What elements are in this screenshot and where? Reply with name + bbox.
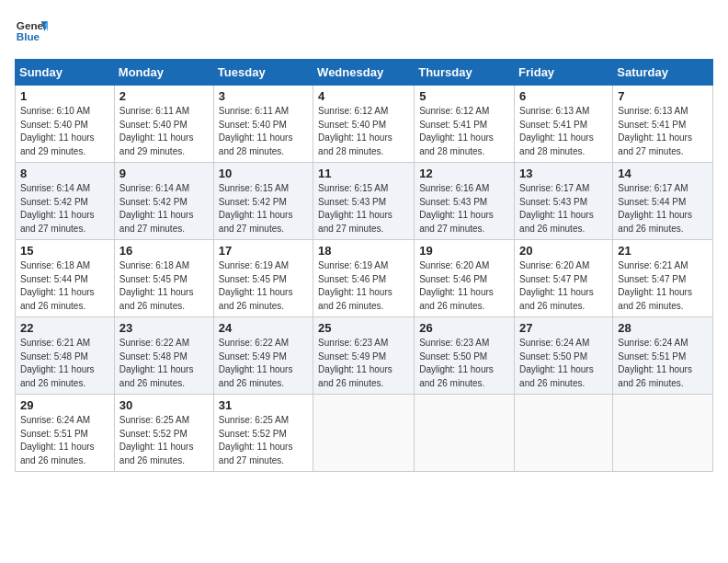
day-number: 27 <box>519 321 608 335</box>
day-info: Sunrise: 6:15 AM Sunset: 5:42 PM Dayligh… <box>219 182 308 236</box>
calendar-cell: 18Sunrise: 6:19 AM Sunset: 5:46 PM Dayli… <box>313 240 415 317</box>
day-info: Sunrise: 6:20 AM Sunset: 5:47 PM Dayligh… <box>519 259 608 313</box>
day-number: 25 <box>318 321 409 335</box>
day-number: 14 <box>618 167 708 180</box>
day-info: Sunrise: 6:10 AM Sunset: 5:40 PM Dayligh… <box>20 105 109 158</box>
calendar-cell: 12Sunrise: 6:16 AM Sunset: 5:43 PM Dayli… <box>415 163 515 240</box>
day-info: Sunrise: 6:25 AM Sunset: 5:52 PM Dayligh… <box>119 414 209 467</box>
day-info: Sunrise: 6:18 AM Sunset: 5:45 PM Dayligh… <box>119 259 209 313</box>
day-number: 15 <box>20 244 109 258</box>
calendar-cell: 24Sunrise: 6:22 AM Sunset: 5:49 PM Dayli… <box>213 317 313 395</box>
logo: General Blue <box>15 15 48 48</box>
calendar-cell: 25Sunrise: 6:23 AM Sunset: 5:49 PM Dayli… <box>313 317 415 395</box>
day-info: Sunrise: 6:19 AM Sunset: 5:46 PM Dayligh… <box>318 259 409 313</box>
day-number: 19 <box>419 244 509 258</box>
calendar-cell: 20Sunrise: 6:20 AM Sunset: 5:47 PM Dayli… <box>515 240 613 317</box>
day-header-wednesday: Wednesday <box>313 60 415 86</box>
day-info: Sunrise: 6:12 AM Sunset: 5:40 PM Dayligh… <box>318 105 409 158</box>
calendar-cell: 4Sunrise: 6:12 AM Sunset: 5:40 PM Daylig… <box>313 86 415 163</box>
day-number: 2 <box>119 89 209 103</box>
calendar-cell: 13Sunrise: 6:17 AM Sunset: 5:43 PM Dayli… <box>515 163 613 240</box>
day-info: Sunrise: 6:12 AM Sunset: 5:41 PM Dayligh… <box>419 105 509 158</box>
day-info: Sunrise: 6:21 AM Sunset: 5:48 PM Dayligh… <box>20 337 109 390</box>
day-info: Sunrise: 6:15 AM Sunset: 5:43 PM Dayligh… <box>318 182 409 236</box>
calendar-cell: 28Sunrise: 6:24 AM Sunset: 5:51 PM Dayli… <box>613 317 713 395</box>
calendar-cell: 23Sunrise: 6:22 AM Sunset: 5:48 PM Dayli… <box>114 317 213 395</box>
calendar-cell <box>415 395 515 472</box>
day-number: 7 <box>618 89 708 103</box>
day-info: Sunrise: 6:13 AM Sunset: 5:41 PM Dayligh… <box>618 105 708 158</box>
day-number: 5 <box>419 89 509 103</box>
calendar-cell: 17Sunrise: 6:19 AM Sunset: 5:45 PM Dayli… <box>213 240 313 317</box>
day-header-friday: Friday <box>515 60 613 86</box>
calendar-cell: 6Sunrise: 6:13 AM Sunset: 5:41 PM Daylig… <box>515 86 613 163</box>
calendar-cell: 19Sunrise: 6:20 AM Sunset: 5:46 PM Dayli… <box>415 240 515 317</box>
day-number: 30 <box>119 398 209 412</box>
logo-icon: General Blue <box>15 15 48 48</box>
calendar-header: SundayMondayTuesdayWednesdayThursdayFrid… <box>16 60 713 86</box>
day-number: 22 <box>20 321 109 335</box>
day-info: Sunrise: 6:24 AM Sunset: 5:50 PM Dayligh… <box>519 337 608 390</box>
day-number: 11 <box>318 167 409 180</box>
day-info: Sunrise: 6:17 AM Sunset: 5:44 PM Dayligh… <box>618 182 708 236</box>
day-info: Sunrise: 6:24 AM Sunset: 5:51 PM Dayligh… <box>20 414 109 467</box>
day-info: Sunrise: 6:17 AM Sunset: 5:43 PM Dayligh… <box>519 182 608 236</box>
day-number: 1 <box>20 89 109 103</box>
calendar-cell: 14Sunrise: 6:17 AM Sunset: 5:44 PM Dayli… <box>613 163 713 240</box>
day-info: Sunrise: 6:22 AM Sunset: 5:49 PM Dayligh… <box>219 337 308 390</box>
day-info: Sunrise: 6:11 AM Sunset: 5:40 PM Dayligh… <box>219 105 308 158</box>
day-info: Sunrise: 6:11 AM Sunset: 5:40 PM Dayligh… <box>119 105 209 158</box>
calendar-cell: 11Sunrise: 6:15 AM Sunset: 5:43 PM Dayli… <box>313 163 415 240</box>
day-number: 20 <box>519 244 608 258</box>
day-number: 12 <box>419 167 509 180</box>
calendar-cell: 1Sunrise: 6:10 AM Sunset: 5:40 PM Daylig… <box>16 86 115 163</box>
day-number: 17 <box>219 244 308 258</box>
calendar-cell: 22Sunrise: 6:21 AM Sunset: 5:48 PM Dayli… <box>16 317 115 395</box>
calendar-table: SundayMondayTuesdayWednesdayThursdayFrid… <box>15 59 713 472</box>
day-info: Sunrise: 6:13 AM Sunset: 5:41 PM Dayligh… <box>519 105 608 158</box>
day-number: 31 <box>219 398 308 412</box>
day-number: 8 <box>20 167 109 180</box>
day-header-saturday: Saturday <box>613 60 713 86</box>
day-number: 10 <box>219 167 308 180</box>
calendar-cell: 27Sunrise: 6:24 AM Sunset: 5:50 PM Dayli… <box>515 317 613 395</box>
day-number: 13 <box>519 167 608 180</box>
day-number: 16 <box>119 244 209 258</box>
calendar-cell: 7Sunrise: 6:13 AM Sunset: 5:41 PM Daylig… <box>613 86 713 163</box>
day-info: Sunrise: 6:23 AM Sunset: 5:49 PM Dayligh… <box>318 337 409 390</box>
calendar-cell: 5Sunrise: 6:12 AM Sunset: 5:41 PM Daylig… <box>415 86 515 163</box>
day-info: Sunrise: 6:21 AM Sunset: 5:47 PM Dayligh… <box>618 259 708 313</box>
day-info: Sunrise: 6:14 AM Sunset: 5:42 PM Dayligh… <box>119 182 209 236</box>
day-info: Sunrise: 6:23 AM Sunset: 5:50 PM Dayligh… <box>419 337 509 390</box>
day-info: Sunrise: 6:18 AM Sunset: 5:44 PM Dayligh… <box>20 259 109 313</box>
calendar-cell: 31Sunrise: 6:25 AM Sunset: 5:52 PM Dayli… <box>213 395 313 472</box>
day-number: 9 <box>119 167 209 180</box>
calendar-cell: 8Sunrise: 6:14 AM Sunset: 5:42 PM Daylig… <box>16 163 115 240</box>
page-header: General Blue <box>15 15 713 48</box>
day-info: Sunrise: 6:14 AM Sunset: 5:42 PM Dayligh… <box>20 182 109 236</box>
calendar-cell <box>313 395 415 472</box>
calendar-cell: 2Sunrise: 6:11 AM Sunset: 5:40 PM Daylig… <box>114 86 213 163</box>
calendar-cell: 21Sunrise: 6:21 AM Sunset: 5:47 PM Dayli… <box>613 240 713 317</box>
day-number: 26 <box>419 321 509 335</box>
day-info: Sunrise: 6:24 AM Sunset: 5:51 PM Dayligh… <box>618 337 708 390</box>
day-number: 23 <box>119 321 209 335</box>
svg-text:Blue: Blue <box>17 30 40 42</box>
day-number: 18 <box>318 244 409 258</box>
calendar-cell: 30Sunrise: 6:25 AM Sunset: 5:52 PM Dayli… <box>114 395 213 472</box>
day-info: Sunrise: 6:25 AM Sunset: 5:52 PM Dayligh… <box>219 414 308 467</box>
calendar-cell: 29Sunrise: 6:24 AM Sunset: 5:51 PM Dayli… <box>16 395 115 472</box>
calendar-cell: 15Sunrise: 6:18 AM Sunset: 5:44 PM Dayli… <box>16 240 115 317</box>
day-header-monday: Monday <box>114 60 213 86</box>
day-number: 29 <box>20 398 109 412</box>
day-number: 28 <box>618 321 708 335</box>
calendar-cell: 10Sunrise: 6:15 AM Sunset: 5:42 PM Dayli… <box>213 163 313 240</box>
day-info: Sunrise: 6:20 AM Sunset: 5:46 PM Dayligh… <box>419 259 509 313</box>
day-info: Sunrise: 6:22 AM Sunset: 5:48 PM Dayligh… <box>119 337 209 390</box>
day-number: 4 <box>318 89 409 103</box>
day-number: 21 <box>618 244 708 258</box>
calendar-cell <box>515 395 613 472</box>
day-number: 6 <box>519 89 608 103</box>
calendar-cell: 26Sunrise: 6:23 AM Sunset: 5:50 PM Dayli… <box>415 317 515 395</box>
calendar-cell: 9Sunrise: 6:14 AM Sunset: 5:42 PM Daylig… <box>114 163 213 240</box>
